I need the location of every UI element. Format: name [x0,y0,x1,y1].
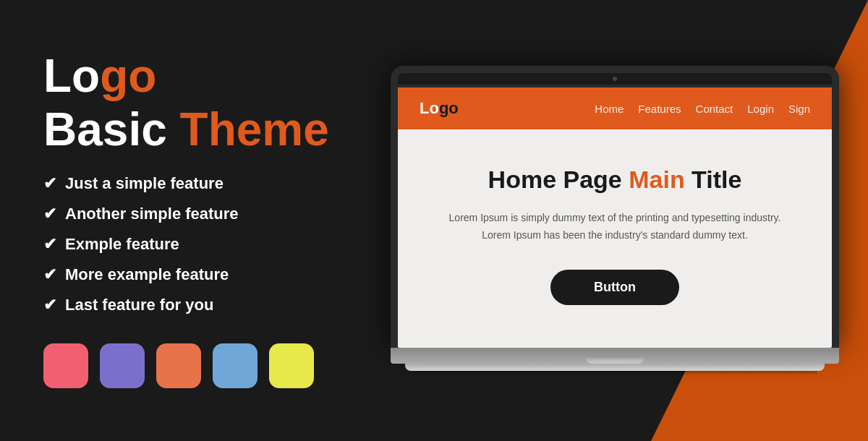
browser-nav: Home Features Contact Login Sign [595,103,810,115]
check-icon: ✔ [43,265,56,284]
browser-logo-accent: go [439,99,459,117]
color-swatches [43,343,333,388]
laptop-base [391,348,839,364]
title-black: Home Page [488,166,629,193]
logo-accent: go [100,50,156,102]
nav-contact[interactable]: Contact [696,103,733,115]
laptop-top-bar [398,73,832,85]
tagline-heading: Basic Theme [43,106,333,153]
laptop-shadow [412,371,817,375]
check-icon: ✔ [43,235,56,254]
nav-signup[interactable]: Sign [788,103,810,115]
laptop-mockup: Logo Home Features Contact Login Sign Ho… [391,66,839,375]
browser-description: Lorem Ipsum is simply dummy text of the … [448,210,781,244]
title-accent: Main [629,166,684,193]
title-end: Title [685,166,742,193]
browser-cta-button[interactable]: Button [550,270,679,305]
laptop-screen-outer: Logo Home Features Contact Login Sign Ho… [391,66,839,348]
list-item: ✔ Just a simple feature [43,174,333,193]
tagline-accent: Theme [180,103,329,155]
laptop-screen: Logo Home Features Contact Login Sign Ho… [398,87,832,348]
swatch-yellow[interactable] [269,343,314,388]
features-list: ✔ Just a simple feature ✔ Another simple… [43,174,333,314]
laptop-foot [405,364,825,371]
check-icon: ✔ [43,174,56,193]
check-icon: ✔ [43,296,56,314]
list-item: ✔ More example feature [43,265,333,284]
swatch-orange[interactable] [156,343,201,388]
list-item: ✔ Exmple feature [43,235,333,254]
nav-home[interactable]: Home [595,103,624,115]
browser-logo: Logo [420,99,459,118]
list-item: ✔ Another simple feature [43,205,333,223]
left-panel: Logo Basic Theme ✔ Just a simple feature… [0,17,376,424]
browser-main-title: Home Page Main Title [427,166,803,194]
logo-heading: Logo [43,53,333,99]
laptop-camera [613,77,617,81]
list-item: ✔ Last feature for you [43,296,333,314]
swatch-coral[interactable] [43,343,88,388]
browser-content: Home Page Main Title Lorem Ipsum is simp… [398,129,832,341]
check-icon: ✔ [43,205,56,223]
swatch-purple[interactable] [100,343,145,388]
nav-features[interactable]: Features [638,103,681,115]
right-panel: Logo Home Features Contact Login Sign Ho… [376,66,868,375]
nav-login[interactable]: Login [747,103,774,115]
browser-header: Logo Home Features Contact Login Sign [398,87,832,129]
laptop-notch [586,358,644,364]
swatch-blue[interactable] [213,343,258,388]
